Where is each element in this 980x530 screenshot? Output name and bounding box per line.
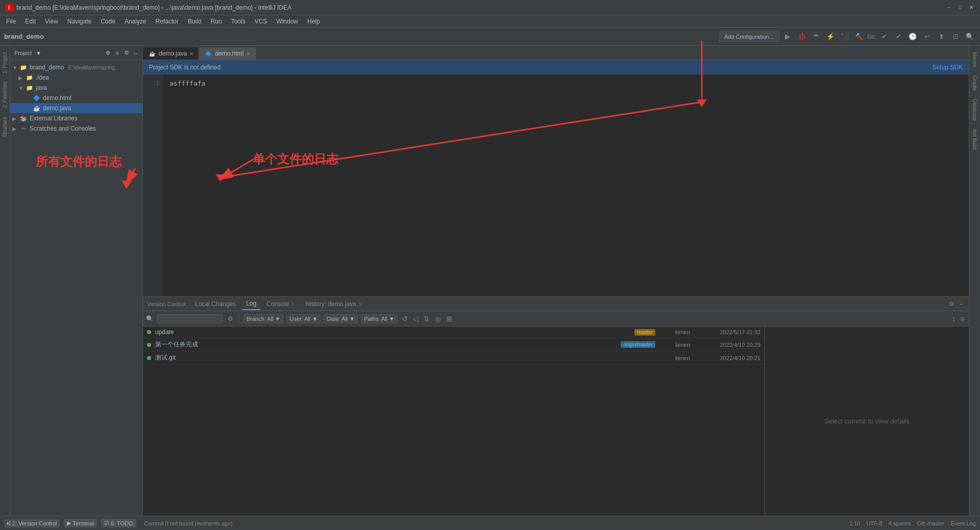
version-control-tab[interactable]: ⑆ 2: Version Control bbox=[4, 519, 60, 527]
vc-filter-settings-btn[interactable]: ⚙ bbox=[226, 315, 235, 322]
tree-item-external-libs[interactable]: ▶ 📚 External Libraries bbox=[10, 113, 142, 123]
editor-tab-demo-java[interactable]: ☕ demo.java ✕ bbox=[143, 47, 199, 60]
commit-row[interactable]: 第一个任务完成 origin/master lienen 2022/4/10 2… bbox=[143, 338, 765, 351]
sdk-banner-text: Project SDK is not defined bbox=[149, 64, 220, 71]
terminal-tab[interactable]: ▶ Terminal bbox=[64, 519, 97, 527]
encoding[interactable]: UTF-8 bbox=[866, 520, 882, 526]
tree-item-scratches[interactable]: ▶ ✏ Scratches and Consoles bbox=[10, 123, 142, 134]
tree-arrow-icon: ▼ bbox=[12, 65, 17, 70]
coverage-button[interactable]: ☂ bbox=[810, 31, 822, 43]
menu-build[interactable]: Build bbox=[184, 17, 206, 26]
close-button[interactable]: ✕ bbox=[968, 4, 975, 11]
todo-tab[interactable]: ☑ 6: TODO bbox=[101, 519, 136, 527]
git-push-button[interactable]: ⬆ bbox=[935, 31, 947, 43]
menu-tools[interactable]: Tools bbox=[227, 17, 250, 26]
add-configuration-button[interactable]: Add Configuration... bbox=[719, 32, 779, 42]
tab-history-demo-java[interactable]: History: demo.java✕ bbox=[301, 298, 366, 310]
html-file-icon: 🔷 bbox=[33, 94, 41, 102]
menu-navigate[interactable]: Navigate bbox=[63, 17, 95, 26]
setup-sdk-link[interactable]: Setup SDK bbox=[933, 64, 963, 71]
sdk-banner: Project SDK is not defined Setup SDK bbox=[143, 60, 969, 74]
editor-tab-demo-html[interactable]: 🔷 demo.html ✕ bbox=[199, 47, 256, 60]
tab-log[interactable]: Log bbox=[242, 298, 260, 310]
paths-filter[interactable]: Paths: All ▼ bbox=[361, 314, 398, 323]
vc-details-placeholder: Select commit to view details bbox=[824, 417, 910, 425]
vc-search-input[interactable] bbox=[157, 314, 223, 323]
menu-file[interactable]: File bbox=[2, 17, 20, 26]
commit-row[interactable]: update master lienen 2022/5/17 21:32 bbox=[143, 326, 765, 338]
toolbar: brand_demo Add Configuration... ▶ 🐞 ☂ ⚡ … bbox=[0, 28, 980, 46]
code-editor[interactable]: asffffafa bbox=[163, 74, 969, 296]
maximize-button[interactable]: □ bbox=[957, 4, 964, 11]
indent-settings[interactable]: 4 spaces bbox=[889, 520, 911, 526]
sidebar-settings-btn[interactable]: ⚙ bbox=[123, 49, 130, 56]
git-rollback-button[interactable]: ↩ bbox=[921, 31, 933, 43]
stop-button[interactable]: ⬛ bbox=[839, 31, 851, 43]
date-filter[interactable]: Date: All ▼ bbox=[324, 314, 358, 323]
menu-view[interactable]: View bbox=[41, 17, 62, 26]
user-filter[interactable]: User: All ▼ bbox=[286, 314, 321, 323]
tab-console[interactable]: Console✕ bbox=[262, 298, 299, 310]
debug-button[interactable]: 🐞 bbox=[796, 31, 808, 43]
menu-run[interactable]: Run bbox=[207, 17, 226, 26]
tab-close-button[interactable]: ✕ bbox=[246, 51, 250, 57]
minimize-button[interactable]: − bbox=[945, 4, 952, 11]
window-controls[interactable]: − □ ✕ bbox=[945, 4, 975, 11]
vc-settings-btn[interactable]: ⚙ bbox=[947, 300, 956, 308]
git-commit-button[interactable]: ✔ bbox=[892, 31, 904, 43]
tree-item-brand-demo[interactable]: ▼ 📁 brand_demo E:\ideaMaven\spring... bbox=[10, 62, 142, 72]
sidebar-locate-btn[interactable]: ⊕ bbox=[105, 49, 111, 56]
sidebar: Project ▼ ⊕ ≡ ⚙ – ▼ 📁 brand_demo E:\idea… bbox=[10, 46, 143, 516]
vc-minimize-btn[interactable]: – bbox=[958, 300, 965, 308]
menu-edit[interactable]: Edit bbox=[21, 17, 40, 26]
menu-analyze[interactable]: Analyze bbox=[120, 17, 151, 26]
commit-tags: master bbox=[634, 329, 655, 336]
commit-indicator bbox=[147, 330, 151, 334]
sidebar-tab-project[interactable]: 1: Project bbox=[1, 48, 9, 78]
sidebar-tab-structure[interactable]: Structure bbox=[1, 113, 9, 142]
refresh-btn[interactable]: ↺ bbox=[401, 315, 409, 323]
split-button[interactable]: ⊡ bbox=[949, 31, 962, 43]
menu-window[interactable]: Window bbox=[272, 17, 302, 26]
menu-code[interactable]: Code bbox=[96, 17, 119, 26]
sidebar-recent-btn[interactable]: ▼ bbox=[35, 50, 42, 56]
expand-all-btn[interactable]: ≡ bbox=[960, 315, 966, 323]
cursor-position[interactable]: 1:10 bbox=[849, 520, 860, 526]
tree-item-java-folder[interactable]: ▼ 📁 java bbox=[10, 83, 142, 93]
todo-tab-label: 6: TODO bbox=[111, 520, 133, 526]
sidebar-tab-favorites[interactable]: 2: Favorites bbox=[1, 78, 9, 112]
sidebar-collapse-btn[interactable]: ≡ bbox=[114, 50, 119, 56]
cherry-pick-btn[interactable]: ◁ bbox=[412, 315, 420, 323]
profile-button[interactable]: ⚡ bbox=[824, 31, 837, 43]
commit-author: lienen bbox=[659, 329, 690, 335]
ant-build-panel-tab[interactable]: Ant Build bbox=[971, 125, 978, 154]
graph-btn[interactable]: ◎ bbox=[434, 315, 442, 323]
menu-vcs[interactable]: VCS bbox=[251, 17, 272, 26]
git-branch-status[interactable]: Git: master bbox=[917, 520, 945, 526]
find-button[interactable]: 🔍 bbox=[964, 31, 976, 43]
event-log-button[interactable]: Event Log bbox=[950, 520, 976, 526]
editor-content[interactable]: 1 asffffafa bbox=[143, 74, 969, 296]
build-button[interactable]: 🔨 bbox=[853, 31, 865, 43]
branch-filter[interactable]: Branch: All ▼ bbox=[243, 314, 283, 323]
sort-btn[interactable]: ⇅ bbox=[423, 315, 431, 323]
git-update-button[interactable]: ✔ bbox=[878, 31, 890, 43]
database-panel-tab[interactable]: Database bbox=[971, 95, 978, 125]
menu-help[interactable]: Help bbox=[303, 17, 324, 26]
tree-item-demo-html[interactable]: 🔷 demo.html bbox=[10, 93, 142, 103]
tab-close-button[interactable]: ✕ bbox=[189, 51, 193, 57]
maven-panel-tab[interactable]: Maven bbox=[971, 48, 978, 71]
commit-row[interactable]: 测试.git lienen 2022/4/10 20:21 bbox=[143, 351, 765, 365]
git-history-button[interactable]: 🕐 bbox=[906, 31, 919, 43]
tab-local-changes[interactable]: Local Changes bbox=[191, 298, 240, 310]
tree-item-idea[interactable]: ▶ 📁 .idea bbox=[10, 72, 142, 83]
tree-arrow-icon: ▼ bbox=[18, 85, 23, 91]
sidebar-minimize-btn[interactable]: – bbox=[133, 50, 138, 56]
gradle-panel-tab[interactable]: Gradle bbox=[971, 71, 978, 95]
menu-refactor[interactable]: Refactor bbox=[152, 17, 183, 26]
tree-item-demo-java[interactable]: ☕ demo.java bbox=[10, 103, 142, 113]
run-button[interactable]: ▶ bbox=[781, 31, 794, 43]
java-file-icon: ☕ bbox=[33, 104, 41, 112]
collapse-all-btn[interactable]: ↕ bbox=[951, 315, 957, 323]
expand-btn[interactable]: ⊞ bbox=[445, 315, 453, 323]
